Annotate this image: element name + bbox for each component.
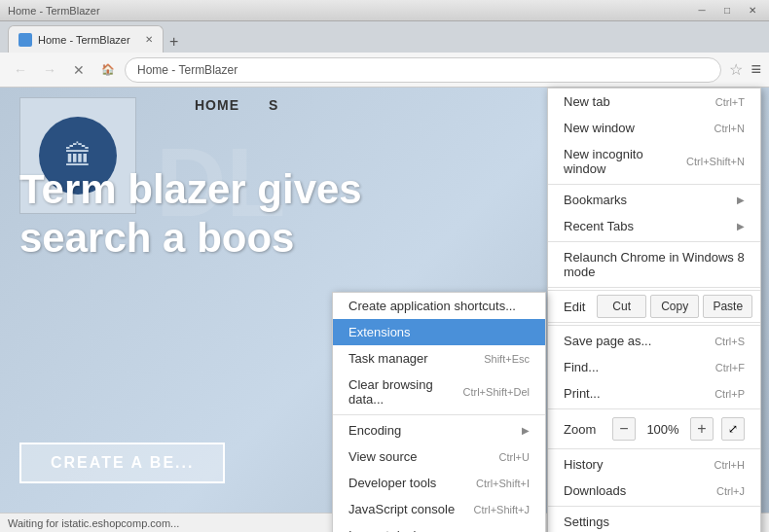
submenu-extensions[interactable]: Extensions bbox=[333, 319, 545, 345]
menu-item-find[interactable]: Find... Ctrl+F bbox=[548, 354, 760, 380]
cut-button[interactable]: Cut bbox=[597, 295, 646, 318]
submenu-sep-1 bbox=[333, 414, 545, 415]
tab-favicon bbox=[18, 33, 32, 47]
submenu-inspect-devices[interactable]: Inspect devices bbox=[333, 522, 545, 532]
menu-sep-5 bbox=[548, 408, 760, 409]
submenu-clear-browsing[interactable]: Clear browsing data... Ctrl+Shift+Del bbox=[333, 372, 545, 412]
menu-sep-7 bbox=[548, 506, 760, 507]
menu-item-relaunch[interactable]: Relaunch Chrome in Windows 8 mode bbox=[548, 244, 760, 285]
tab-close-button[interactable]: ✕ bbox=[145, 34, 153, 45]
menu-item-new-window[interactable]: New window Ctrl+N bbox=[548, 115, 760, 141]
copy-button[interactable]: Copy bbox=[650, 295, 700, 318]
bookmark-star-icon[interactable]: ☆ bbox=[729, 60, 743, 79]
menu-item-print[interactable]: Print... Ctrl+P bbox=[548, 380, 760, 407]
active-tab[interactable]: Home - TermBlazer ✕ bbox=[8, 25, 164, 53]
menu-sep-6 bbox=[548, 448, 760, 449]
edit-row: Edit Cut Copy Paste bbox=[548, 290, 760, 323]
page-nav: HOME S bbox=[195, 97, 278, 113]
submenu-view-source[interactable]: View source Ctrl+U bbox=[333, 443, 545, 470]
chrome-dropdown-menu: New tab Ctrl+T New window Ctrl+N New inc… bbox=[547, 88, 761, 532]
tab-label: Home - TermBlazer bbox=[38, 34, 130, 46]
address-text: Home - TermBlazer bbox=[137, 63, 238, 77]
chrome-menu-button[interactable]: ≡ bbox=[751, 59, 761, 80]
menu-item-settings[interactable]: Settings bbox=[548, 509, 760, 532]
home-button[interactable]: 🏠 bbox=[95, 57, 121, 83]
close-button[interactable]: ✕ bbox=[740, 0, 765, 21]
more-tools-submenu: Create application shortcuts... Extensio… bbox=[332, 292, 546, 532]
submenu-create-shortcuts[interactable]: Create application shortcuts... bbox=[333, 293, 545, 319]
fullscreen-button[interactable]: ⤢ bbox=[721, 417, 745, 441]
nav-home[interactable]: HOME bbox=[195, 97, 239, 113]
back-button[interactable]: ← bbox=[8, 57, 33, 83]
minimize-button[interactable]: ─ bbox=[689, 0, 714, 21]
hero-text: Term blazer gives search a boos bbox=[19, 165, 362, 264]
submenu-encoding[interactable]: Encoding ▶ bbox=[333, 417, 545, 443]
zoom-out-button[interactable]: − bbox=[612, 417, 636, 441]
submenu-developer-tools[interactable]: Developer tools Ctrl+Shift+I bbox=[333, 470, 545, 496]
nav-second[interactable]: S bbox=[269, 97, 278, 113]
zoom-row: Zoom − 100% + ⤢ bbox=[548, 411, 760, 446]
menu-sep-2 bbox=[548, 241, 760, 242]
forward-button[interactable]: → bbox=[37, 57, 62, 83]
title-bar: Home - TermBlazer ─ □ ✕ bbox=[0, 0, 769, 21]
zoom-in-button[interactable]: + bbox=[690, 417, 714, 441]
menu-item-bookmarks[interactable]: Bookmarks ▶ bbox=[548, 187, 760, 213]
menu-item-incognito[interactable]: New incognito window Ctrl+Shift+N bbox=[548, 141, 760, 182]
menu-sep-4 bbox=[548, 325, 760, 326]
create-button[interactable]: CREATE A BE... bbox=[19, 443, 225, 483]
menu-item-save[interactable]: Save page as... Ctrl+S bbox=[548, 328, 760, 354]
zoom-value: 100% bbox=[643, 422, 682, 437]
menu-item-recent-tabs[interactable]: Recent Tabs ▶ bbox=[548, 213, 760, 239]
address-bar[interactable]: Home - TermBlazer bbox=[125, 57, 721, 83]
menu-item-downloads[interactable]: Downloads Ctrl+J bbox=[548, 478, 760, 504]
tab-bar: Home - TermBlazer ✕ + bbox=[0, 21, 769, 53]
submenu-js-console[interactable]: JavaScript console Ctrl+Shift+J bbox=[333, 496, 545, 522]
edit-label: Edit bbox=[556, 300, 593, 314]
new-tab-button[interactable]: + bbox=[169, 33, 178, 51]
window-controls: ─ □ ✕ bbox=[689, 0, 765, 21]
menu-sep-3 bbox=[548, 287, 760, 288]
submenu-task-manager[interactable]: Task manager Shift+Esc bbox=[333, 345, 545, 372]
paste-button[interactable]: Paste bbox=[703, 295, 752, 318]
maximize-button[interactable]: □ bbox=[714, 0, 740, 21]
reload-button[interactable]: ✕ bbox=[66, 57, 92, 83]
nav-bar: ← → ✕ 🏠 Home - TermBlazer ☆ ≡ bbox=[0, 53, 769, 88]
zoom-label: Zoom bbox=[564, 422, 604, 437]
status-text: Waiting for istatic.eshopcomp.com... bbox=[8, 517, 179, 529]
window-title: Home - TermBlazer bbox=[8, 5, 100, 17]
menu-sep-1 bbox=[548, 184, 760, 185]
menu-item-history[interactable]: History Ctrl+H bbox=[548, 451, 760, 478]
menu-item-new-tab[interactable]: New tab Ctrl+T bbox=[548, 89, 760, 115]
